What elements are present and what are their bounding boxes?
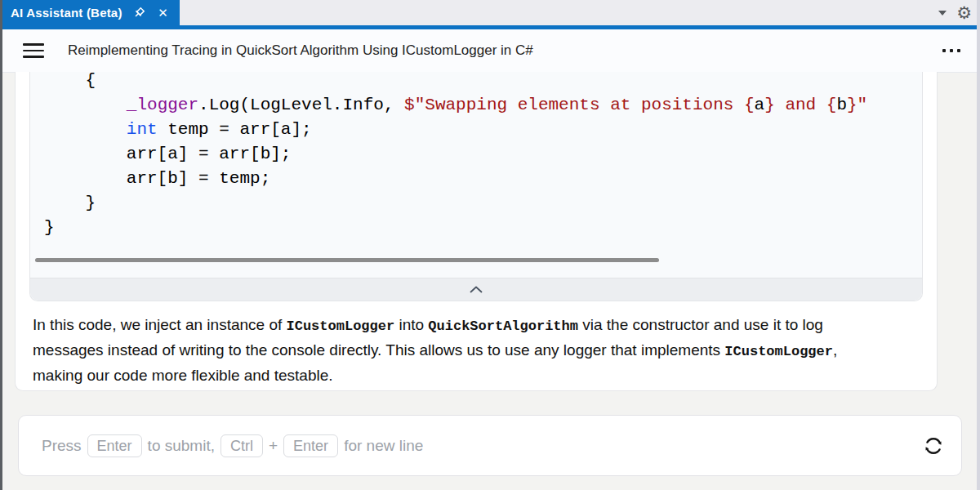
tab-title: AI Assistant (Beta): [11, 6, 122, 20]
code-block: { _logger.Log(LogLevel.Info, $"Swapping …: [29, 72, 923, 301]
hamburger-menu-button[interactable]: [23, 41, 44, 60]
placeholder-text: for new line: [344, 437, 423, 455]
tool-window-tabbar: AI Assistant (Beta) ✕ ⚙: [0, 0, 980, 25]
pin-icon[interactable]: [131, 5, 147, 21]
gear-icon[interactable]: ⚙: [956, 4, 972, 21]
paragraph-line: In this code, we inject an instance of I…: [33, 313, 920, 338]
chat-header: Reimplementing Tracing in QuickSort Algo…: [2, 29, 977, 73]
key-badge: Ctrl: [220, 434, 263, 457]
horizontal-scrollbar[interactable]: [35, 258, 659, 262]
refresh-icon: [922, 434, 945, 457]
tab-ai-assistant[interactable]: AI Assistant (Beta) ✕: [2, 0, 180, 25]
collapse-code-button[interactable]: [30, 278, 922, 301]
code-line: }: [44, 216, 922, 240]
chevron-up-icon: [470, 286, 483, 293]
placeholder-text: +: [269, 437, 278, 455]
code-line: _logger.Log(LogLevel.Info, $"Swapping el…: [44, 93, 922, 118]
assistant-response-card: { _logger.Log(LogLevel.Info, $"Swapping …: [15, 72, 938, 391]
placeholder-text: Press: [42, 437, 82, 455]
placeholder-text: to submit,: [148, 437, 215, 455]
response-paragraph: In this code, we inject an instance of I…: [16, 301, 937, 399]
code-line: arr[b] = temp;: [44, 167, 922, 191]
paragraph-line: messages instead of writing to the conso…: [33, 338, 920, 363]
code-line: }: [44, 191, 922, 216]
regenerate-button[interactable]: [922, 416, 945, 475]
input-placeholder: Press Enter to submit, Ctrl + Enter for …: [42, 416, 423, 475]
key-badge: Enter: [283, 434, 338, 457]
chat-title: Reimplementing Tracing in QuickSort Algo…: [68, 29, 533, 72]
code-line: arr[a] = arr[b];: [44, 142, 922, 167]
more-options-button[interactable]: [942, 29, 960, 72]
chevron-down-icon[interactable]: [938, 11, 947, 16]
key-badge: Enter: [87, 434, 142, 457]
ai-assistant-panel: AI Assistant (Beta) ✕ ⚙ Reimplementing T…: [0, 0, 980, 490]
window-border-left: [0, 0, 2, 490]
code-line: int temp = arr[a];: [44, 118, 922, 142]
paragraph-line: making our code more flexible and testab…: [33, 363, 920, 387]
code-viewport: { _logger.Log(LogLevel.Info, $"Swapping …: [30, 72, 922, 278]
message-input[interactable]: Press Enter to submit, Ctrl + Enter for …: [18, 415, 962, 476]
code-content: { _logger.Log(LogLevel.Info, $"Swapping …: [30, 72, 922, 240]
window-border-right: [977, 0, 980, 490]
close-icon[interactable]: ✕: [155, 5, 172, 21]
code-line: {: [44, 72, 922, 93]
